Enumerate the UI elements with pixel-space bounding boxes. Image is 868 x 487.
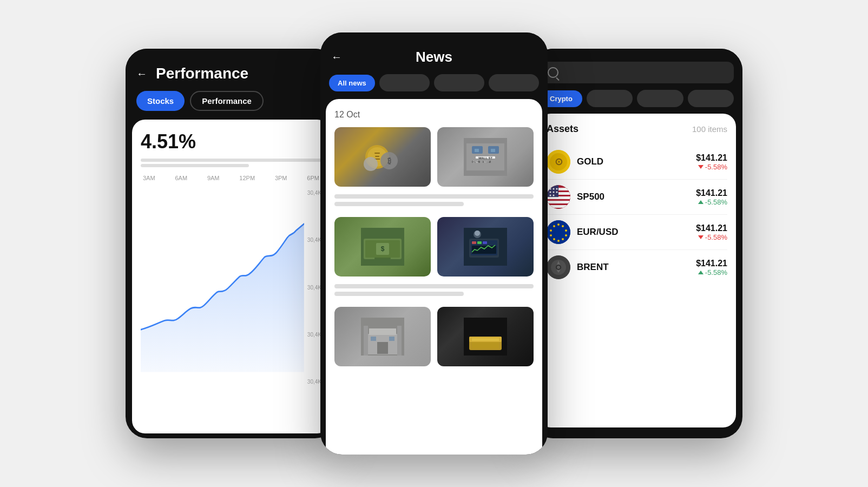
news-text-lines-1 — [334, 194, 534, 206]
eurusd-change-arrow — [698, 235, 703, 239]
svg-text:⊙: ⊙ — [555, 156, 563, 167]
svg-point-59 — [553, 188, 555, 190]
news-img-wall: WALL ST ONE WAY — [437, 127, 534, 187]
news-card-cash[interactable]: $ — [334, 217, 431, 277]
news-date: 12 Oct — [334, 110, 534, 120]
svg-rect-45 — [472, 342, 499, 348]
table-row[interactable]: BRENT $141.21 -5.58% — [547, 250, 727, 285]
news-card-wallstreet[interactable]: WALL ST ONE WAY — [437, 127, 534, 187]
news-text-line-1b — [334, 202, 464, 206]
crypto-tab-pill-2[interactable] — [637, 90, 683, 107]
performance-phone: ← Performance Stocks Performance 4.51% 3… — [126, 49, 337, 438]
perf-bar-container — [141, 159, 321, 167]
sp500-change: -5.58% — [696, 198, 727, 206]
news-filter-tabs: All news — [320, 74, 548, 99]
sp500-change-value: -5.58% — [705, 198, 727, 206]
svg-point-71 — [565, 229, 567, 232]
back-arrow-icon[interactable]: ← — [136, 68, 147, 80]
svg-text:$: $ — [381, 245, 385, 253]
brent-change-value: -5.58% — [705, 268, 727, 277]
sp500-icon — [547, 185, 570, 209]
table-row[interactable]: SP500 $141.21 -5.58% — [547, 180, 727, 215]
crypto-phone: Crypto Assets 100 items ⊙ GOLD — [531, 49, 742, 438]
assets-header: Assets 100 items — [547, 123, 727, 135]
table-row[interactable]: EUR/USD $141.21 -5.58% — [547, 215, 727, 250]
assets-container: Assets 100 items ⊙ GOLD $141.21 — [538, 114, 736, 427]
svg-point-72 — [565, 234, 567, 236]
svg-text:WALL ST: WALL ST — [478, 156, 493, 160]
table-row[interactable]: ⊙ GOLD $141.21 -5.58% — [547, 144, 727, 180]
sp500-name: SP500 — [577, 192, 696, 202]
sp500-price: $141.21 — [696, 188, 727, 198]
svg-point-76 — [550, 234, 552, 236]
gold-name: GOLD — [577, 156, 696, 167]
svg-point-58 — [550, 188, 551, 190]
news-img-cash: $ — [334, 217, 431, 277]
news-tab-pill-2[interactable] — [434, 74, 484, 91]
y-label-2: 30,4K — [307, 237, 321, 243]
search-input[interactable] — [564, 67, 726, 78]
news-back-icon[interactable]: ← — [331, 51, 342, 63]
svg-point-60 — [556, 188, 558, 190]
svg-rect-39 — [371, 337, 376, 341]
news-grid-row2: $ — [334, 217, 534, 277]
svg-rect-23 — [374, 258, 391, 259]
brent-change: -5.58% — [696, 268, 727, 277]
news-text-lines-2 — [334, 284, 534, 296]
news-grid-row3 — [334, 307, 534, 366]
crypto-search-bar — [531, 49, 742, 90]
news-img-coins: Ξ ₿ — [334, 127, 431, 187]
sp500-price-container: $141.21 -5.58% — [696, 188, 727, 206]
eurusd-name: EUR/USD — [577, 227, 696, 238]
gold-change-value: -5.58% — [705, 163, 727, 171]
svg-rect-35 — [369, 328, 396, 335]
news-card-building[interactable] — [334, 307, 431, 366]
gold-price: $141.21 — [696, 153, 727, 163]
all-news-tab[interactable]: All news — [329, 75, 375, 91]
crypto-tab-pill-3[interactable] — [688, 90, 734, 107]
news-text-line-1a — [334, 194, 534, 199]
brent-icon — [547, 255, 570, 279]
news-phone: ← News All news 12 Oct Ξ — [320, 32, 548, 455]
news-tab-pill-3[interactable] — [489, 74, 539, 91]
news-card-coins[interactable]: Ξ ₿ — [334, 127, 431, 187]
crypto-tab-pill-1[interactable] — [587, 90, 633, 107]
time-label-6pm: 6PM — [307, 175, 319, 181]
search-input-container[interactable] — [540, 62, 734, 83]
svg-point-82 — [557, 266, 560, 269]
svg-point-32 — [475, 231, 480, 236]
y-label-4: 30,4K — [307, 332, 321, 338]
svg-point-74 — [557, 240, 560, 242]
eurusd-price: $141.21 — [696, 223, 727, 233]
chart-y-labels: 30,4K 30,4K 30,4K 30,4K 30,4K — [307, 185, 321, 390]
svg-rect-36 — [364, 326, 368, 356]
perf-bar-full — [141, 159, 321, 162]
perf-bar-half — [141, 164, 249, 167]
svg-rect-40 — [389, 337, 394, 341]
svg-point-65 — [553, 195, 555, 196]
stocks-tab[interactable]: Stocks — [136, 91, 185, 111]
svg-rect-44 — [472, 338, 499, 341]
performance-tab[interactable]: Performance — [190, 91, 264, 111]
svg-point-63 — [556, 192, 558, 193]
svg-point-62 — [553, 192, 555, 193]
news-img-building — [334, 307, 431, 366]
svg-point-5 — [364, 157, 378, 171]
svg-point-70 — [562, 225, 564, 227]
news-grid-row1: Ξ ₿ — [334, 127, 534, 187]
svg-rect-11 — [491, 149, 495, 152]
screens-container: ← Performance Stocks Performance 4.51% 3… — [0, 0, 868, 487]
news-card-gold[interactable] — [437, 307, 534, 366]
news-header: ← News — [320, 32, 548, 74]
brent-name: BRENT — [577, 262, 696, 273]
assets-title: Assets — [547, 123, 578, 135]
brent-price: $141.21 — [696, 259, 727, 268]
svg-point-75 — [553, 238, 555, 240]
news-tab-pill-1[interactable] — [379, 74, 430, 91]
news-card-trader[interactable] — [437, 217, 534, 277]
eurusd-price-container: $141.21 -5.58% — [696, 223, 727, 241]
eurusd-icon — [547, 220, 570, 244]
search-icon — [548, 67, 558, 78]
y-label-3: 30,4K — [307, 285, 321, 291]
y-label-5: 30,4K — [307, 379, 321, 385]
